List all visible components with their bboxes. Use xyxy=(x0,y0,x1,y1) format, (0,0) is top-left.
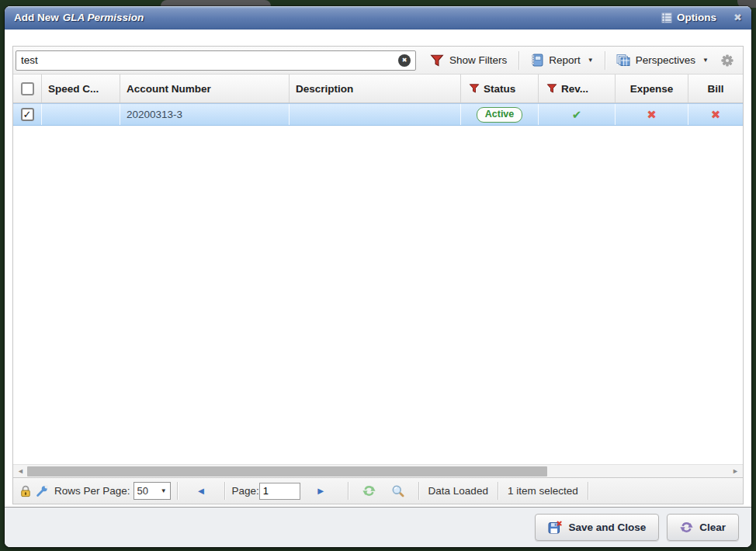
magnifier-icon xyxy=(391,484,404,497)
lock-button[interactable] xyxy=(19,485,32,497)
settings-button[interactable] xyxy=(721,54,733,67)
perspectives-label: Perspectives xyxy=(636,54,695,66)
separator xyxy=(177,482,178,500)
save-icon xyxy=(548,521,562,535)
cell-expense: ✖ xyxy=(616,104,688,125)
separator xyxy=(224,482,225,500)
add-gla-permission-dialog: Add NewGLA Permission Options ✖ xyxy=(5,6,751,547)
cell-bill: ✖ xyxy=(688,104,743,125)
perspectives-button[interactable]: Perspectives ▼ xyxy=(610,54,715,67)
cell-status: Active xyxy=(461,104,539,125)
chevron-down-icon: ▼ xyxy=(161,487,167,494)
clear-search-button[interactable]: ✖ xyxy=(398,54,411,67)
status-badge: Active xyxy=(477,107,523,123)
show-filters-label: Show Filters xyxy=(449,54,507,66)
row-checkbox-cell: ✓ xyxy=(13,104,42,125)
dialog-body: ✖ Show Filters xyxy=(5,29,751,507)
show-filters-button[interactable]: Show Filters xyxy=(424,54,513,68)
grid-header-row: Speed C... Account Number Description St… xyxy=(13,75,743,103)
rows-per-page-label: Rows Per Page: xyxy=(54,485,130,497)
customize-button[interactable] xyxy=(36,485,48,497)
column-header-status[interactable]: Status xyxy=(461,75,539,102)
cell-description xyxy=(290,104,461,125)
cell-revenue: ✔ xyxy=(539,104,616,125)
search-field: ✖ xyxy=(16,50,416,71)
wrench-icon xyxy=(36,485,48,497)
checkbox-checked[interactable]: ✓ xyxy=(21,108,34,121)
cycle-icon xyxy=(680,521,693,534)
previous-page-icon[interactable]: ◄ xyxy=(184,485,219,497)
clear-button[interactable]: Clear xyxy=(667,514,739,541)
column-header-account-number[interactable]: Account Number xyxy=(120,75,290,102)
refresh-icon xyxy=(362,484,376,497)
save-and-close-label: Save and Close xyxy=(568,522,646,533)
separator xyxy=(418,482,419,500)
dialog-footer: Save and Close Clear xyxy=(5,507,751,547)
separator xyxy=(518,51,519,70)
dialog-titlebar: Add NewGLA Permission Options ✖ xyxy=(5,6,751,29)
funnel-icon xyxy=(430,54,444,68)
column-header-revenue[interactable]: Rev... xyxy=(539,75,616,102)
check-icon: ✔ xyxy=(572,108,582,122)
cross-icon: ✖ xyxy=(647,108,657,122)
funnel-icon xyxy=(469,83,480,94)
rows-per-page-value: 50 xyxy=(137,485,148,497)
chevron-down-icon: ▼ xyxy=(588,57,594,64)
cell-speed-chart xyxy=(42,104,120,125)
dialog-title: Add NewGLA Permission xyxy=(14,12,144,23)
lock-icon xyxy=(19,485,32,497)
options-label: Options xyxy=(677,12,716,23)
gear-icon xyxy=(721,54,733,67)
page-label: Page: xyxy=(231,485,258,497)
grid-empty-area xyxy=(13,126,743,464)
screen-background: Add NewGLA Permission Options ✖ xyxy=(0,0,756,551)
table-icon xyxy=(661,12,672,23)
horizontal-scrollbar[interactable]: ◄ ► xyxy=(13,464,743,477)
search-button[interactable] xyxy=(391,484,404,497)
report-label: Report xyxy=(549,54,581,66)
checkmark-icon: ✓ xyxy=(23,109,32,120)
page-number-input[interactable] xyxy=(259,483,300,500)
grid-panel: ✖ Show Filters xyxy=(12,46,744,504)
table-row[interactable]: ✓ 20200313-3 Active xyxy=(13,103,743,126)
separator xyxy=(605,51,605,70)
grid-toolbar: ✖ Show Filters xyxy=(13,47,743,75)
funnel-icon xyxy=(546,83,557,94)
toolbar-right-group: Report ▼ Perspectives xyxy=(514,51,737,70)
rows-per-page-select[interactable]: 50 ▼ xyxy=(134,482,171,500)
cell-account-number: 20200313-3 xyxy=(120,104,290,125)
checkbox-unchecked[interactable] xyxy=(21,82,34,95)
select-all-checkbox[interactable] xyxy=(13,75,42,102)
clear-search-icon: ✖ xyxy=(402,57,407,64)
scrollbar-thumb[interactable] xyxy=(27,466,547,476)
cross-icon: ✖ xyxy=(711,108,721,122)
selection-count: 1 item selected xyxy=(505,485,581,497)
options-button[interactable]: Options xyxy=(661,12,716,23)
column-header-speed-chart[interactable]: Speed C... xyxy=(42,75,120,102)
title-emphasis: GLA Permission xyxy=(63,12,144,23)
data-loaded-status: Data Loaded xyxy=(425,485,491,497)
chevron-down-icon: ▼ xyxy=(702,57,709,64)
titlebar-actions: Options ✖ xyxy=(661,12,742,23)
save-and-close-button[interactable]: Save and Close xyxy=(535,514,659,541)
title-prefix: Add New xyxy=(14,12,59,23)
close-icon[interactable]: ✖ xyxy=(733,12,742,23)
separator xyxy=(348,482,349,500)
separator xyxy=(498,482,498,500)
scroll-left-icon[interactable]: ◄ xyxy=(17,466,24,477)
scroll-right-icon[interactable]: ► xyxy=(732,466,739,477)
column-header-description[interactable]: Description xyxy=(290,75,461,102)
report-button[interactable]: Report ▼ xyxy=(524,54,599,67)
column-header-expense[interactable]: Expense xyxy=(616,75,688,102)
notebook-icon xyxy=(530,54,543,67)
separator xyxy=(588,482,588,500)
search-input[interactable] xyxy=(16,50,416,71)
next-page-icon[interactable]: ► xyxy=(300,485,342,497)
column-header-bill[interactable]: Bill xyxy=(688,75,743,102)
refresh-button[interactable] xyxy=(362,484,376,497)
layers-icon xyxy=(616,54,630,67)
pager-toolbar: Rows Per Page: 50 ▼ ◄ Page: ► xyxy=(13,477,743,504)
clear-label: Clear xyxy=(699,522,726,533)
